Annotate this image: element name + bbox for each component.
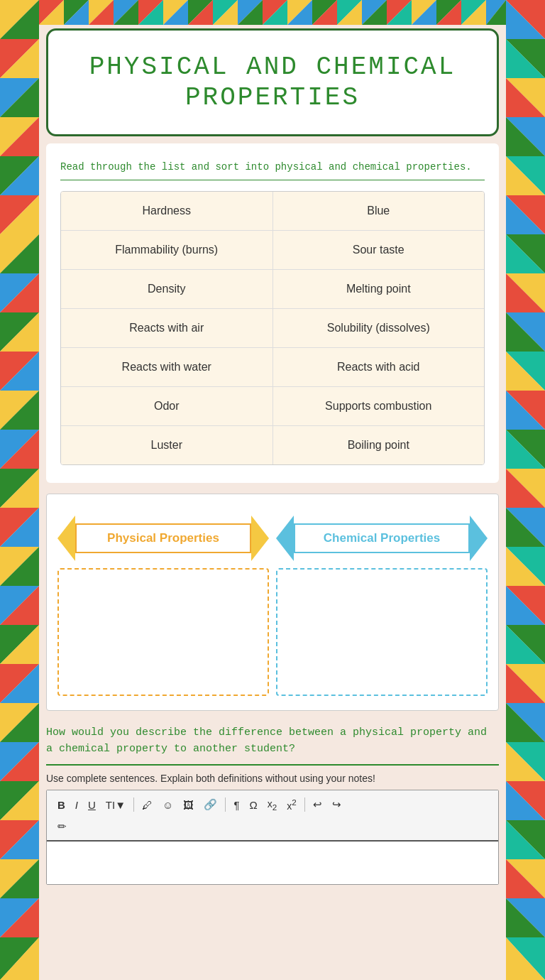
- grid-row-2: Flammability (burns) Sour taste: [61, 231, 484, 270]
- toolbar-color-button[interactable]: 🖊: [138, 797, 156, 812]
- grid-cell-reacts-water: Reacts with water: [61, 348, 273, 386]
- grid-cell-supports-combustion: Supports combustion: [273, 387, 485, 425]
- chemical-label: Chemical Properties: [294, 523, 470, 553]
- sorting-section: Physical Properties Chemical Properties: [46, 494, 499, 711]
- header-box: PHYSICAL AND CHEMICAL PROPERTIES: [46, 28, 499, 136]
- grid-cell-blue: Blue: [273, 192, 485, 230]
- top-triangle-strip: [39, 0, 506, 25]
- editor-toolbar: B I U TI▼ 🖊 ☺ 🖼 🔗 ¶ Ω x2 x2 ↩ ↪: [47, 790, 498, 842]
- grid-cell-sour-taste: Sour taste: [273, 231, 485, 269]
- grid-row-1: Hardness Blue: [61, 192, 484, 231]
- grid-cell-reacts-acid: Reacts with acid: [273, 348, 485, 386]
- grid-row-6: Odor Supports combustion: [61, 387, 484, 426]
- chemical-drop-zone[interactable]: [276, 568, 488, 696]
- chemical-arrow-right: [470, 516, 488, 561]
- toolbar-link-button[interactable]: 🔗: [200, 797, 221, 812]
- toolbar-divider-2: [225, 797, 226, 812]
- property-grid: Hardness Blue Flammability (burns) Sour …: [60, 191, 485, 465]
- physical-properties-column: Physical Properties: [57, 516, 269, 696]
- page-wrapper: PHYSICAL AND CHEMICAL PROPERTIES Read th…: [0, 0, 545, 980]
- main-content-card: Read through the list and sort into phys…: [46, 143, 499, 483]
- toolbar-row-2: ✏: [54, 816, 491, 834]
- chemical-arrow-left: [276, 516, 294, 561]
- physical-drop-zone[interactable]: [57, 568, 269, 696]
- grid-cell-hardness: Hardness: [61, 192, 273, 230]
- toolbar-undo-button[interactable]: ↩: [309, 797, 326, 812]
- grid-row-7: Luster Boiling point: [61, 426, 484, 464]
- center-content: PHYSICAL AND CHEMICAL PROPERTIES Read th…: [39, 0, 506, 980]
- page-title: PHYSICAL AND CHEMICAL PROPERTIES: [62, 52, 483, 113]
- toolbar-omega-button[interactable]: Ω: [246, 797, 260, 812]
- grid-cell-boiling-point: Boiling point: [273, 426, 485, 464]
- toolbar-eraser-button[interactable]: ✏: [54, 819, 70, 834]
- toolbar-italic-button[interactable]: I: [72, 797, 82, 812]
- grid-row-5: Reacts with water Reacts with acid: [61, 348, 484, 387]
- grid-row-3: Density Melting point: [61, 270, 484, 309]
- physical-banner: Physical Properties: [57, 516, 269, 561]
- right-sidebar-triangles: [506, 0, 545, 980]
- toolbar-redo-button[interactable]: ↪: [329, 797, 345, 812]
- grid-cell-flammability: Flammability (burns): [61, 231, 273, 269]
- toolbar-superscript-button[interactable]: x2: [283, 796, 299, 813]
- grid-cell-reacts-air: Reacts with air: [61, 309, 273, 347]
- chemical-banner: Chemical Properties: [276, 516, 488, 561]
- left-sidebar-triangles: [0, 0, 39, 980]
- physical-arrow-right: [251, 516, 269, 561]
- text-editor: B I U TI▼ 🖊 ☺ 🖼 🔗 ¶ Ω x2 x2 ↩ ↪: [46, 790, 499, 885]
- instruction-note: Use complete sentences. Explain both def…: [46, 773, 499, 784]
- grid-cell-solubility: Solubility (dissolves): [273, 309, 485, 347]
- toolbar-fontsize-button[interactable]: TI▼: [102, 797, 129, 812]
- physical-arrow-left: [57, 516, 75, 561]
- grid-cell-density: Density: [61, 270, 273, 308]
- toolbar-paragraph-button[interactable]: ¶: [230, 797, 243, 812]
- physical-label: Physical Properties: [75, 523, 251, 553]
- editor-content-area[interactable]: [47, 842, 498, 884]
- question-section: How would you describe the difference be…: [46, 725, 499, 885]
- toolbar-divider-3: [304, 797, 305, 812]
- sorting-columns: Physical Properties Chemical Properties: [57, 516, 488, 696]
- chemical-properties-column: Chemical Properties: [276, 516, 488, 696]
- grid-cell-melting-point: Melting point: [273, 270, 485, 308]
- toolbar-emoji-button[interactable]: ☺: [159, 797, 177, 812]
- grid-row-4: Reacts with air Solubility (dissolves): [61, 309, 484, 348]
- toolbar-image-button[interactable]: 🖼: [180, 797, 197, 812]
- grid-cell-luster: Luster: [61, 426, 273, 464]
- toolbar-underline-button[interactable]: U: [84, 797, 99, 812]
- grid-cell-odor: Odor: [61, 387, 273, 425]
- question-text: How would you describe the difference be…: [46, 725, 499, 766]
- toolbar-bold-button[interactable]: B: [54, 797, 69, 812]
- toolbar-divider-1: [133, 797, 134, 812]
- instruction-text: Read through the list and sort into phys…: [60, 161, 485, 180]
- toolbar-subscript-button[interactable]: x2: [264, 797, 280, 813]
